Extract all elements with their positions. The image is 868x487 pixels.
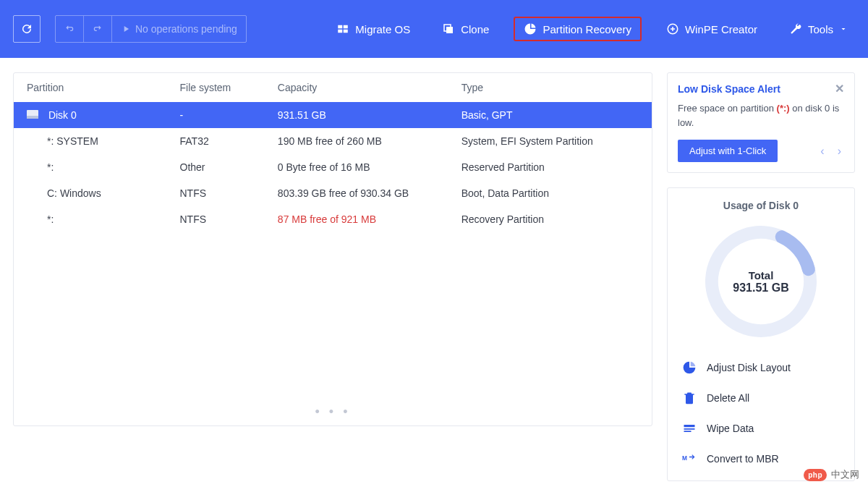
usage-donut: Total 931.51 GB (699, 220, 822, 343)
resize-handle[interactable]: • • • (14, 399, 652, 425)
chevron-down-icon (839, 25, 848, 33)
tools-menu[interactable]: Tools (782, 18, 855, 40)
usage-card: Usage of Disk 0 Total 931.51 GB Adjust D… (667, 187, 855, 481)
redo-button[interactable] (84, 16, 112, 42)
svg-text:M: M (682, 454, 687, 462)
pending-label: No operations pending (135, 23, 237, 35)
alert-prev-button[interactable]: ‹ (817, 145, 827, 158)
wipe-icon (682, 421, 697, 436)
col-capacity: Capacity (278, 82, 461, 93)
clone-button[interactable]: Clone (435, 18, 496, 40)
pie-icon (524, 22, 537, 35)
usage-title: Usage of Disk 0 (678, 200, 844, 211)
migrate-os-button[interactable]: Migrate OS (329, 18, 417, 40)
total-value: 931.51 GB (733, 281, 788, 295)
redo-icon (93, 24, 103, 34)
windows-icon (336, 22, 349, 35)
play-icon (121, 24, 131, 34)
table-header: Partition File system Capacity Type (14, 73, 652, 102)
refresh-icon (20, 22, 33, 35)
adjust-disk-layout-button[interactable]: Adjust Disk Layout (682, 360, 840, 375)
alert-message: Free space on partition (*:) on disk 0 i… (678, 101, 844, 130)
refresh-button[interactable] (13, 15, 41, 43)
total-label: Total (749, 269, 774, 281)
wrench-icon (789, 22, 802, 35)
disk-icon (27, 109, 38, 121)
apply-button[interactable]: No operations pending (112, 16, 246, 42)
undo-button[interactable] (56, 16, 84, 42)
table-row[interactable]: *: SYSTEM FAT32 190 MB free of 260 MB Sy… (14, 128, 652, 154)
svg-rect-2 (27, 116, 38, 119)
alert-next-button[interactable]: › (835, 145, 844, 158)
pie-icon (682, 360, 697, 375)
disk-row[interactable]: Disk 0 - 931.51 GB Basic, GPT (14, 102, 652, 128)
partition-recovery-button[interactable]: Partition Recovery (514, 17, 642, 41)
toolbar: No operations pending Migrate OS Clone P… (0, 0, 868, 58)
undo-icon (64, 24, 75, 34)
delete-all-button[interactable]: Delete All (682, 391, 840, 405)
clone-icon (442, 22, 455, 35)
table-row[interactable]: *: Other 0 Byte free of 16 MB Reserved P… (14, 154, 652, 180)
close-alert-button[interactable]: ✕ (835, 82, 844, 96)
plus-circle-icon (666, 22, 679, 35)
low-disk-alert: Low Disk Space Alert ✕ Free space on par… (667, 72, 855, 173)
wipe-data-button[interactable]: Wipe Data (682, 421, 840, 436)
col-partition: Partition (27, 82, 180, 93)
operations-group: No operations pending (55, 15, 247, 43)
alert-title: Low Disk Space Alert (678, 83, 780, 95)
adjust-one-click-button[interactable]: Adjust with 1-Click (678, 140, 778, 162)
trash-icon (682, 391, 697, 405)
col-filesystem: File system (180, 82, 278, 93)
winpe-creator-button[interactable]: WinPE Creator (659, 18, 765, 40)
table-row[interactable]: C: Windows NTFS 803.39 GB free of 930.34… (14, 180, 652, 206)
convert-to-mbr-button[interactable]: M Convert to MBR (682, 452, 840, 466)
watermark: php 中文网 (804, 468, 859, 481)
convert-icon: M (682, 452, 697, 466)
table-row[interactable]: *: NTFS 87 MB free of 921 MB Recovery Pa… (14, 206, 652, 232)
col-type: Type (461, 82, 639, 93)
partitions-table: Partition File system Capacity Type Disk… (13, 72, 652, 426)
